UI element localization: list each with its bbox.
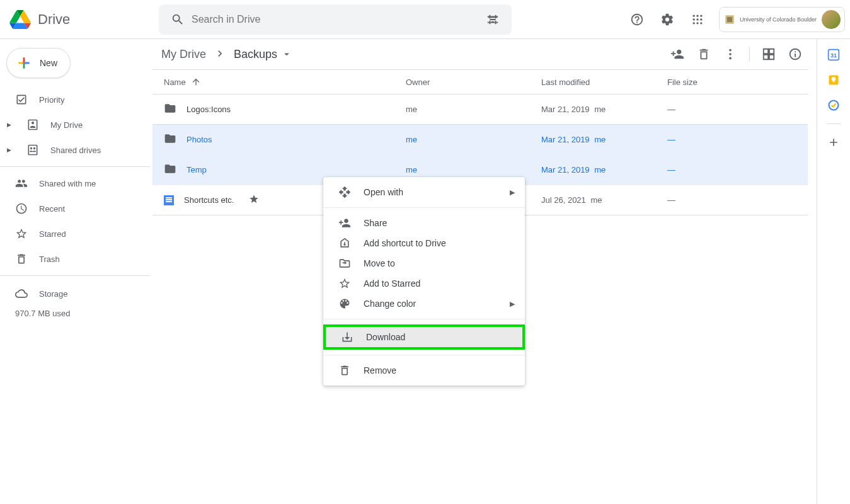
shortcut-icon — [338, 237, 351, 249]
sidebar-label: Trash — [39, 255, 60, 264]
star-icon — [15, 227, 28, 240]
breadcrumb-current[interactable]: Backups — [229, 45, 297, 64]
sidebar-item-storage[interactable]: Storage — [15, 287, 150, 309]
file-icon — [164, 163, 176, 177]
svg-point-9 — [30, 147, 32, 149]
owner-cell: me — [406, 135, 541, 144]
sidebar-label: Priority — [39, 95, 64, 105]
move-icon — [338, 257, 351, 270]
search-icon — [164, 13, 192, 26]
ctx-download[interactable]: Download — [326, 327, 522, 347]
new-button[interactable]: New — [6, 48, 71, 78]
org-name: University of Colorado Boulder — [740, 16, 817, 23]
col-header-modified[interactable]: Last modified — [541, 77, 590, 87]
sidebar-label: Starred — [39, 229, 66, 239]
size-cell: — — [667, 165, 808, 175]
sidebar-item-priority[interactable]: Priority — [0, 87, 141, 112]
chevron-right-icon: ▶ — [3, 147, 15, 153]
svg-point-5 — [700, 18, 702, 20]
sidebar-item-starred[interactable]: Starred — [0, 221, 141, 246]
col-header-owner[interactable]: Owner — [406, 77, 430, 87]
size-cell: — — [667, 135, 808, 144]
account-chip[interactable]: University of Colorado Boulder — [719, 7, 845, 32]
people-icon — [15, 177, 28, 190]
svg-point-0 — [692, 14, 694, 16]
sidebar-label: Shared drives — [50, 146, 101, 155]
svg-point-1 — [696, 14, 698, 16]
sidebar-label: My Drive — [50, 120, 83, 130]
share-action-icon[interactable] — [665, 42, 690, 67]
sidebar-item-shared-drives[interactable]: ▶ Shared drives — [0, 137, 141, 163]
file-name: Shortcuts etc. — [184, 195, 234, 205]
product-name: Drive — [38, 11, 70, 28]
sidebar-item-shared-with-me[interactable]: Shared with me — [0, 171, 141, 196]
svg-point-7 — [696, 22, 698, 24]
file-name: Temp — [187, 165, 207, 175]
mydrive-icon — [26, 118, 39, 131]
ctx-open-with[interactable]: Open with ▶ — [323, 182, 525, 202]
ctx-color[interactable]: Change color ▶ — [323, 294, 525, 314]
search-options-icon[interactable] — [479, 13, 507, 26]
trash-icon — [15, 253, 28, 265]
sidebar-item-recent[interactable]: Recent — [0, 196, 141, 221]
info-icon[interactable] — [783, 42, 808, 67]
dropdown-icon — [281, 49, 292, 60]
delete-action-icon[interactable] — [691, 42, 716, 67]
size-cell: — — [667, 105, 808, 114]
more-actions-icon[interactable] — [718, 42, 743, 67]
modified-cell: Mar 21, 2019 me — [541, 165, 667, 175]
palette-icon — [338, 297, 351, 310]
calendar-app-icon[interactable]: 31 — [827, 48, 841, 62]
keep-app-icon[interactable] — [827, 73, 841, 87]
breadcrumb-root[interactable]: My Drive — [156, 45, 211, 64]
table-row[interactable]: PhotosmeMar 21, 2019 me— — [152, 125, 808, 155]
ctx-share[interactable]: Share — [323, 213, 525, 233]
avatar — [822, 10, 841, 29]
svg-point-6 — [692, 22, 694, 24]
owner-cell: me — [406, 165, 541, 175]
storage-label: Storage — [39, 289, 68, 299]
modified-cell: Mar 21, 2019 me — [541, 135, 667, 144]
clock-icon — [15, 202, 28, 215]
apps-icon[interactable] — [684, 6, 711, 33]
chevron-right-icon: ▶ — [510, 188, 515, 197]
file-name: Photos — [187, 135, 212, 144]
file-icon — [164, 195, 174, 205]
ctx-shortcut[interactable]: Add shortcut to Drive — [323, 233, 525, 253]
file-name: Logos:Icons — [187, 105, 231, 114]
star-icon — [338, 277, 351, 290]
sidebar-item-mydrive[interactable]: ▶ My Drive — [0, 112, 141, 137]
chevron-right-icon: ▶ — [510, 300, 515, 308]
context-menu: Open with ▶ Share Add shortcut to Drive … — [323, 177, 525, 386]
svg-point-11 — [729, 49, 732, 52]
ctx-remove[interactable]: Remove — [323, 360, 525, 381]
modified-cell: Mar 21, 2019 me — [541, 105, 667, 114]
col-header-name[interactable]: Name — [164, 77, 186, 87]
help-icon[interactable] — [623, 6, 651, 33]
size-cell: — — [667, 195, 808, 205]
chevron-right-icon: ▶ — [3, 122, 15, 128]
svg-point-12 — [729, 53, 732, 55]
grid-view-icon[interactable] — [756, 42, 781, 67]
search-box[interactable] — [159, 4, 512, 35]
ctx-star[interactable]: Add to Starred — [323, 273, 525, 294]
storage-used: 970.7 MB used — [15, 309, 150, 318]
search-input[interactable] — [192, 14, 479, 25]
ctx-move[interactable]: Move to — [323, 253, 525, 273]
priority-icon — [15, 93, 28, 106]
svg-point-4 — [696, 18, 698, 20]
table-row[interactable]: Logos:IconsmeMar 21, 2019 me— — [152, 94, 808, 125]
star-icon — [249, 194, 259, 206]
trash-icon — [338, 364, 351, 377]
owner-cell: me — [406, 105, 541, 114]
svg-point-3 — [692, 18, 694, 20]
add-app-icon[interactable] — [827, 135, 841, 149]
tasks-app-icon[interactable] — [827, 98, 841, 112]
settings-icon[interactable] — [653, 6, 681, 33]
svg-point-10 — [33, 147, 35, 149]
col-header-size[interactable]: File size — [667, 77, 698, 87]
drive-logo[interactable] — [8, 7, 33, 32]
sort-up-icon[interactable] — [191, 77, 201, 87]
sidebar-item-trash[interactable]: Trash — [0, 246, 141, 272]
chevron-right-icon — [211, 47, 229, 62]
